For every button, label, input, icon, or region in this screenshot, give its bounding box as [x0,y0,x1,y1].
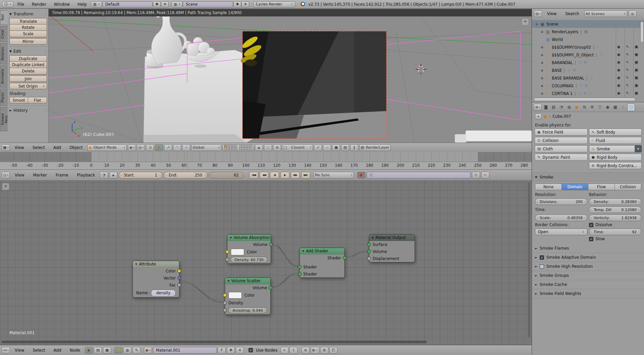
socket-surface-input[interactable] [367,243,371,246]
wrench-icon[interactable]: ⚙︎ [583,91,587,96]
normal-manipulator-button[interactable]: ⬀ [182,144,190,151]
timeline-ruler[interactable]: -50-40-30-20-100102030405060708090100110… [0,162,532,169]
collapse-triangle-icon[interactable]: ▼ [135,263,137,266]
object-shader-scope-button[interactable]: ◼ [114,347,122,354]
shade-smooth-button[interactable]: Smoot [9,97,28,103]
visibility-eye-icon[interactable]: ◉ [617,68,621,72]
delete-keyframe-button[interactable]: ✂︎ [481,172,489,179]
editor-type-info-selector[interactable]: ⓘ▾ [2,1,13,7]
breadcrumb-object-name[interactable]: Cube.007 [552,114,571,119]
screen-layout-icon-button[interactable]: ▥▾ [91,1,102,7]
tab-animation[interactable]: Animatio [0,65,8,88]
vorticity-slider[interactable]: Vorticity:1.82938 [589,214,641,221]
tab-relations[interactable]: Relation [0,43,8,64]
meshdata-icon[interactable]: ▽ [590,76,593,80]
linestyle-shader-scope-button[interactable]: ✎ [132,347,141,354]
tab-create[interactable]: Creat [0,26,8,42]
render-camera-icon[interactable]: ▣ [635,91,638,95]
play-reverse-button[interactable]: ◀ [270,172,279,179]
add-menu[interactable]: Add [50,145,65,150]
socket-density-input[interactable] [225,258,229,261]
timeline-marker-menu[interactable]: Marker [29,173,50,178]
timeline-editor[interactable]: -50-40-30-20-100102030405060708090100110… [0,152,532,180]
scene-field[interactable]: Scene [183,1,233,7]
material-name-field[interactable]: Material.001 [153,347,217,354]
panel-header-edit[interactable]: ▼Edit∷ [9,49,47,54]
tab-modifiers[interactable]: ⚙︎ [589,104,596,111]
current-frame-field[interactable]: 62 [209,172,244,179]
new-material-button[interactable]: ✚ [227,347,235,354]
shade-flat-button[interactable]: Flat [28,97,47,103]
tab-render[interactable]: ◙ [542,104,549,111]
tab-constraints[interactable]: ⧉ [581,104,588,111]
editor-type-properties-selector[interactable]: ≡▾ [534,104,542,110]
smoke-button[interactable]: ♨︎Smoke [589,145,635,152]
properties-editor[interactable]: ≡▾ ◙ ▤ ◔ ◍ ◼ ⧉ ⚙︎ ▽ ◉ ▦ ∴ ◌ ⌖ ◼ › Cube.0… [532,102,644,355]
viewport-shading-select[interactable]: ◉▾ [128,144,136,151]
auto-keyframe-toggle[interactable]: ● [357,172,365,179]
outliner-filter-button[interactable]: ◎ [629,10,637,17]
smoke-type-flow[interactable]: Flow [588,184,615,190]
panel-header-smoke-field-weights[interactable]: ►Smoke Field Weights [532,289,644,298]
tab-physics[interactable]: ◌ [627,103,635,111]
outliner-item-barandal[interactable]: ⊕▽BARANDAL|▽⚙︎◉↖▣ [532,59,644,66]
socket-volume-output[interactable] [269,243,273,246]
node-node-menu[interactable]: Node [66,348,84,353]
smoke-type-none[interactable]: None [535,184,562,190]
join-button[interactable]: Join [9,75,47,82]
outliner-item-base-barandal[interactable]: ⊕▽BASE BARANDAL|▽◉↖▣ [532,74,644,82]
duplicate-button[interactable]: Duplicate [9,55,47,62]
properties-region-expand-button[interactable]: + [522,18,529,26]
timeline-frame-menu[interactable]: Frame [52,173,72,178]
opengl-render-anim-button[interactable]: ▤ [341,144,349,151]
use-preview-range-toggle[interactable]: ◔ [100,172,108,179]
editor-type-3dview-selector[interactable]: ▦▾ [2,144,10,151]
smoke-type-collision[interactable]: Collision [615,184,641,190]
outliner-item-columnas[interactable]: ⊕▽COLUMNAS|▽⚙︎◉↖▣ [532,82,644,90]
socket-displacement-input[interactable] [367,257,371,260]
view-menu[interactable]: View [11,145,28,150]
object-menu[interactable]: Object [66,145,86,150]
wrench-icon[interactable]: ⚙︎ [584,60,587,65]
outliner-item-base[interactable]: ⊕▽BASE|▽⚙︎◉↖▣ [532,66,644,74]
color-swatch[interactable] [228,292,242,299]
layers-widget[interactable] [222,144,254,151]
soft-body-button[interactable]: ∿Soft Body [589,129,642,136]
render-camera-icon[interactable]: ▣ [635,60,638,64]
expander-icon[interactable]: ⊕ [540,61,544,64]
socket-color-input[interactable] [223,293,227,297]
fluid-button[interactable]: ◦Fluid [589,137,642,144]
selectability-cursor-icon[interactable]: ↖ [626,45,629,49]
dynamic-paint-button[interactable]: ✎Dynamic Paint [535,154,588,161]
collapse-triangle-icon[interactable]: ▼ [302,250,304,253]
render-camera-icon[interactable]: ▣ [635,45,638,49]
selectability-cursor-icon[interactable]: ↖ [626,60,629,64]
node-select-menu[interactable]: Select [29,348,49,353]
scale-slider[interactable]: Scale:0.48358 [535,214,587,221]
tab-object-data[interactable]: ▽ [596,104,603,111]
cursor-3d[interactable] [416,64,426,74]
tab-render-layers[interactable]: ▤ [550,104,557,111]
set-origin-button[interactable]: Set Origin↕ [9,83,47,89]
selectability-cursor-icon[interactable]: ↖ [626,75,629,80]
rigid-body-button[interactable]: ●Rigid Body [589,154,642,161]
expander-icon[interactable]: ⊕ [540,46,544,49]
selectability-cursor-icon[interactable]: ↖ [626,91,629,95]
expander-icon[interactable]: ⊕ [540,84,544,88]
delete-layout-button[interactable]: ✕ [161,1,169,7]
dissolve-time-slider[interactable]: Time:92 [589,229,641,235]
menu-render[interactable]: Render [28,2,50,7]
socket-shader-input-1[interactable] [298,265,302,269]
editor-type-outliner-selector[interactable]: ⊟▾ [534,10,542,17]
timeline-view-menu[interactable]: View [11,173,28,178]
node-attribute[interactable]: ▼ Attribute Color Vector Fac Name: densi… [132,261,179,298]
slow-checkbox[interactable]: ✓ [589,237,593,241]
collapse-triangle-icon[interactable]: ▼ [227,280,229,283]
previous-keyframe-button[interactable]: ◀◀ [260,172,269,179]
tab-texture[interactable]: ▦ [612,104,619,111]
panel-header-history[interactable]: ►History∷ [9,108,47,113]
shader-nodes-button[interactable]: ◉ [85,347,93,354]
menu-file[interactable]: File [14,2,28,7]
layers-group-2[interactable] [239,145,253,150]
timeline-tick-area[interactable] [0,152,532,162]
